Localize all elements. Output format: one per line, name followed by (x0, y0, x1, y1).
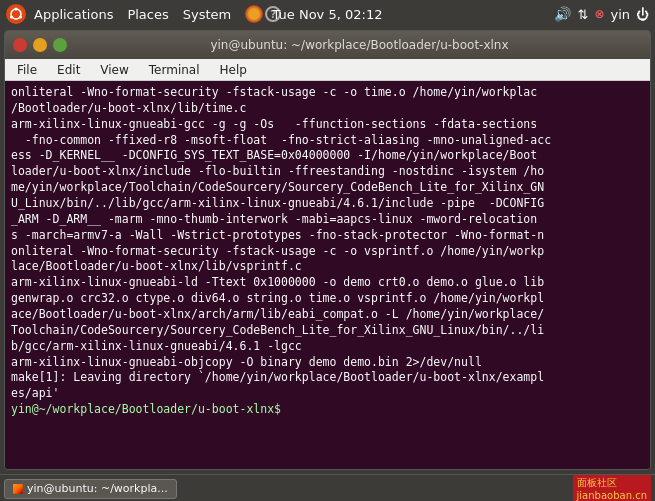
title-bar: yin@ubuntu: ~/workplace/Bootloader/u-boo… (5, 31, 650, 59)
applications-menu[interactable]: Applications (28, 5, 119, 24)
places-menu[interactable]: Places (121, 5, 174, 24)
terminal-window: yin@ubuntu: ~/workplace/Bootloader/u-boo… (4, 30, 651, 470)
terminal-menu-bar: File Edit View Terminal Help (5, 59, 650, 81)
taskbar-right: 面板社区jianbaoban.cn (573, 475, 651, 501)
menu-terminal[interactable]: Terminal (141, 61, 208, 79)
system-menu[interactable]: System (177, 5, 237, 24)
window-title: yin@ubuntu: ~/workplace/Bootloader/u-boo… (77, 38, 642, 52)
taskbar: yin@ubuntu: ~/workpla... 面板社区jianbaoban.… (0, 474, 655, 501)
top-bar-left: Applications Places System ? (6, 4, 281, 24)
menu-edit[interactable]: Edit (49, 61, 88, 79)
datetime-display: Tue Nov 5, 02:12 (273, 7, 383, 22)
svg-point-2 (10, 16, 13, 19)
top-bar-right: 🔊 ⇅ ⊗ yin ⏻ (554, 6, 649, 22)
power-icon[interactable]: ⊗ (594, 7, 604, 21)
terminal-output[interactable]: onliteral -Wno-format-security -fstack-u… (5, 81, 650, 469)
svg-point-3 (19, 16, 22, 19)
username-display: yin (610, 7, 630, 22)
minimize-button[interactable] (33, 38, 47, 52)
menu-file[interactable]: File (9, 61, 45, 79)
network-icon[interactable]: ⇅ (577, 7, 588, 22)
volume-icon[interactable]: 🔊 (554, 6, 571, 22)
top-menu-bar: Applications Places System ? Tue Nov 5, … (0, 0, 655, 28)
shutdown-icon[interactable]: ⏻ (636, 7, 649, 22)
top-bar-center: Tue Nov 5, 02:12 (273, 7, 383, 22)
taskbar-app-label: yin@ubuntu: ~/workpla... (27, 482, 168, 495)
maximize-button[interactable] (53, 38, 67, 52)
ubuntu-logo[interactable] (6, 4, 26, 24)
svg-point-1 (15, 8, 18, 11)
close-button[interactable] (13, 38, 27, 52)
menu-view[interactable]: View (92, 61, 136, 79)
taskbar-terminal-app[interactable]: yin@ubuntu: ~/workpla... (4, 479, 177, 499)
taskbar-app-icon (13, 484, 23, 494)
menu-help[interactable]: Help (212, 61, 255, 79)
watermark-text: 面板社区jianbaoban.cn (573, 475, 651, 501)
firefox-icon[interactable] (245, 5, 263, 23)
